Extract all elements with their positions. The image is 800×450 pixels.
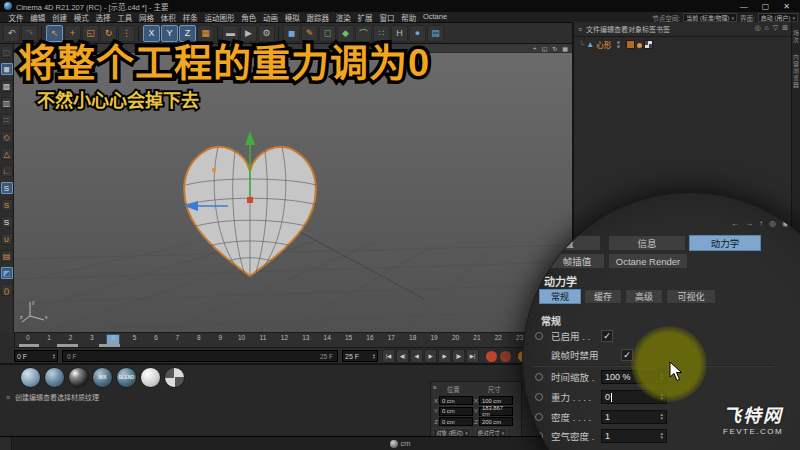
snap-toggle-icon[interactable]: S	[1, 182, 13, 194]
frame-number[interactable]: 19	[423, 334, 444, 341]
menu-item[interactable]: 创建	[49, 12, 71, 23]
key-circle-icon[interactable]	[535, 373, 543, 381]
layout-dropdown[interactable]: 启动 (用户) ▾	[758, 13, 798, 22]
key-circle-icon[interactable]	[535, 413, 543, 421]
density-field[interactable]: 1 ▴▾	[601, 410, 667, 424]
size-z-field[interactable]: 200 cm	[479, 417, 513, 426]
make-editable-icon[interactable]: ▢	[1, 46, 13, 58]
menu-item[interactable]: 窗口	[376, 12, 398, 23]
size-y-field[interactable]: 183.867 cm	[479, 407, 513, 416]
mesh-grid-icon[interactable]: ▤	[1, 250, 13, 262]
menu-item[interactable]: 选择	[92, 12, 114, 23]
workplane-mode-icon[interactable]: ▥	[1, 97, 13, 109]
close-button[interactable]: ✕	[783, 2, 790, 11]
hamburger-icon[interactable]: ≡	[433, 384, 437, 394]
material-menu-item[interactable]: 编辑	[29, 392, 43, 402]
subtab-cache[interactable]: 缓存	[584, 289, 622, 304]
maximize-button[interactable]: ▢	[762, 2, 770, 11]
air-density-field[interactable]: 1 ▴▾	[601, 429, 667, 443]
goto-start-button[interactable]: |◀	[382, 349, 395, 363]
frame-number[interactable]: 9	[210, 334, 231, 341]
prev-key-button[interactable]: ◀|	[396, 349, 409, 363]
side-tab-content-browser[interactable]: 内容浏览器	[792, 54, 800, 89]
points-mode-icon[interactable]: ∷	[1, 114, 13, 126]
tab-dynamics[interactable]: 动力学	[689, 235, 761, 251]
position-x-field[interactable]: 0 cm	[439, 396, 473, 405]
frame-number[interactable]: 10	[231, 334, 252, 341]
frame-number[interactable]: 12	[274, 334, 295, 341]
frame-number[interactable]: 1	[38, 334, 59, 341]
menu-item[interactable]: 样条	[179, 12, 201, 23]
view-pan-icon[interactable]: +	[533, 45, 537, 52]
record-keyframe-button[interactable]	[486, 351, 497, 362]
edges-mode-icon[interactable]: ◇	[1, 131, 13, 143]
view-zoom-icon[interactable]: ◱	[542, 45, 548, 52]
frame-number[interactable]: 20	[445, 334, 466, 341]
menu-item[interactable]: 网格	[136, 12, 158, 23]
frame-number[interactable]: 8	[188, 334, 209, 341]
material-menu-item[interactable]: 创建	[15, 392, 29, 402]
material-sphere[interactable]	[20, 367, 41, 388]
search-icon[interactable]: ◎	[754, 24, 760, 32]
tab-info[interactable]: 信息	[608, 235, 686, 251]
frame-number[interactable]: 5	[124, 334, 145, 341]
minimize-button[interactable]: —	[740, 2, 748, 11]
frame-number[interactable]: 2	[60, 334, 81, 341]
material-menu-item[interactable]: 材质	[71, 392, 85, 402]
position-y-field[interactable]: 0 cm	[439, 407, 473, 416]
magnet-icon[interactable]: ∪	[1, 233, 13, 245]
menu-item[interactable]: 动画	[260, 12, 282, 23]
node-space-dropdown[interactable]: 当前 (标准/物理) ▾	[683, 13, 737, 22]
material-sphere[interactable]	[68, 367, 89, 388]
menu-item[interactable]: Octane	[420, 12, 451, 23]
goto-end-button[interactable]: ▶|	[466, 349, 479, 363]
menu-item[interactable]: 运动图形	[201, 12, 238, 23]
next-frame-button[interactable]: ▶	[438, 349, 451, 363]
polygons-mode-icon[interactable]: △	[1, 148, 13, 160]
frame-number[interactable]: 18	[402, 334, 423, 341]
snap-2d-icon[interactable]: S	[1, 199, 13, 211]
object-menu-item[interactable]: 标签	[642, 24, 656, 34]
menu-item[interactable]: 文件	[5, 12, 27, 23]
material-menu-item[interactable]: 纹理	[85, 392, 99, 402]
material-menu-item[interactable]: 选择	[57, 392, 71, 402]
selected-vertex[interactable]	[212, 168, 216, 172]
subtab-visualization[interactable]: 可视化	[666, 289, 716, 304]
model-mode-icon[interactable]: ◼	[1, 63, 13, 75]
snap-3d-icon[interactable]: S	[1, 216, 13, 228]
material-sphere-blend[interactable]: BLEND	[116, 367, 137, 388]
forward-icon[interactable]: →	[745, 219, 753, 228]
frame-range-slider[interactable]: 0 F 25 F	[62, 350, 338, 362]
texture-mode-icon[interactable]: ▩	[1, 80, 13, 92]
position-z-field[interactable]: 0 cm	[439, 417, 473, 426]
up-icon[interactable]: ↑	[759, 219, 763, 228]
axis-mode-icon[interactable]: ∟	[1, 165, 13, 177]
menu-item[interactable]: 编辑	[27, 12, 49, 23]
frame-number[interactable]: 15	[338, 334, 359, 341]
object-menu-item[interactable]: 文件	[586, 24, 600, 34]
frame-number[interactable]: 14	[316, 334, 337, 341]
frame-number[interactable]: 22	[488, 334, 509, 341]
frame-number[interactable]: 6	[145, 334, 166, 341]
stepper-icon[interactable]: ▴▾	[53, 353, 55, 359]
object-menu-item[interactable]: 查看	[614, 24, 628, 34]
view-toggle-icon[interactable]: ▦	[562, 45, 568, 52]
timeline-ruler[interactable]: 0123456789101112131415161718192021222324…	[14, 332, 572, 348]
object-menu-item[interactable]: 编辑	[600, 24, 614, 34]
current-frame-field[interactable]: 0 F ▴▾	[14, 350, 58, 362]
frame-number[interactable]: 16	[359, 334, 380, 341]
tab-frame-interpolation[interactable]: 帧插值	[549, 253, 605, 269]
axis-origin[interactable]	[247, 197, 253, 203]
menu-item[interactable]: 扩展	[354, 12, 376, 23]
side-tab-takes[interactable]: 场次	[792, 30, 800, 44]
frame-number[interactable]: 11	[252, 334, 273, 341]
filter-icon[interactable]: ▽	[773, 24, 778, 32]
key-circle-icon[interactable]	[535, 393, 543, 401]
workplane-paint-icon[interactable]: ◩	[1, 267, 13, 279]
key-circle-icon[interactable]	[535, 332, 543, 340]
visibility-dots[interactable]	[617, 41, 620, 48]
uvw-tag-icon[interactable]	[644, 40, 653, 49]
prev-frame-button[interactable]: ◀	[410, 349, 423, 363]
stepper-icon[interactable]: ▴▾	[660, 413, 663, 420]
menu-item[interactable]: 体积	[157, 12, 179, 23]
